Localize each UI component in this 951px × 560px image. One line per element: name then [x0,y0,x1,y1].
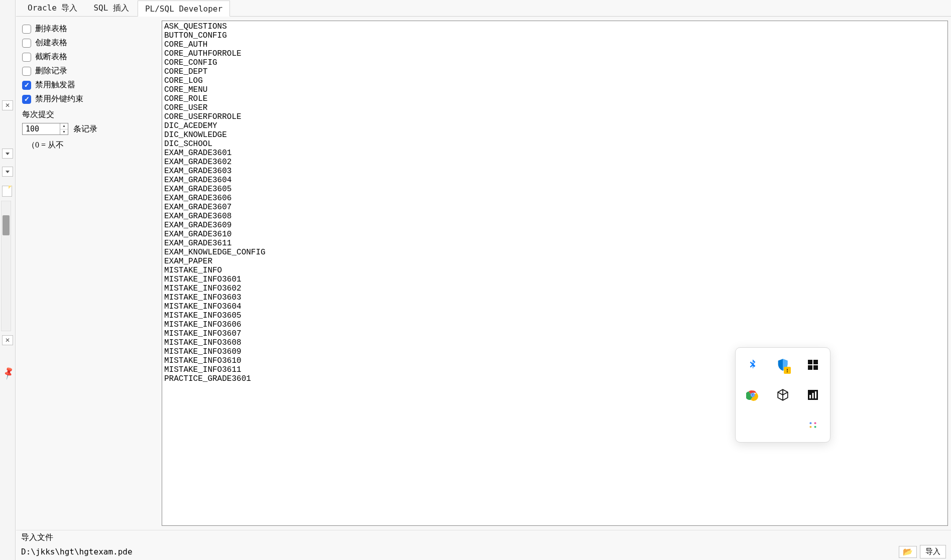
svg-rect-11 [815,391,816,398]
option-label: 删除记录 [35,66,67,76]
table-item[interactable]: CORE_USER [164,103,945,112]
table-item[interactable]: EXAM_GRADE3603 [164,167,945,176]
checkbox-checked-icon[interactable] [22,95,31,104]
option-label: 禁用外键约束 [35,94,83,104]
table-item[interactable]: CORE_ROLE [164,94,945,103]
dropdown-toggle-2[interactable] [2,167,13,177]
folder-open-icon: 📂 [903,547,913,556]
tab-sql-insert[interactable]: SQL 插入 [86,0,137,16]
table-item[interactable]: EXAM_GRADE3606 [164,194,945,203]
table-item[interactable]: MISTAKE_INFO3605 [164,311,945,320]
commit-count-value[interactable]: 100 [23,124,60,133]
checkbox-icon[interactable] [22,67,31,76]
tab-plsql-developer[interactable]: PL/SQL Developer [138,1,230,17]
warning-badge-icon: ! [784,367,791,374]
bluetooth-icon[interactable] [742,354,764,376]
new-file-icon[interactable] [2,186,12,197]
dashboard-icon[interactable] [802,354,824,376]
table-item[interactable]: CORE_CONFIG [164,58,945,67]
option-label: 创建表格 [35,38,67,48]
table-item[interactable]: MISTAKE_INFO3602 [164,284,945,293]
table-item[interactable]: EXAM_GRADE3610 [164,230,945,239]
table-item[interactable]: CORE_AUTHFORROLE [164,49,945,58]
more-dots-icon[interactable] [802,414,824,436]
commit-every-label: 每次提交 [22,109,156,120]
table-item[interactable]: MISTAKE_INFO3608 [164,338,945,347]
security-shield-icon[interactable]: ! [772,354,794,376]
table-item[interactable]: CORE_LOG [164,76,945,85]
option-disable-fk[interactable]: 禁用外键约束 [22,94,156,104]
svg-point-7 [752,394,754,396]
close-panel-button[interactable]: ✕ [2,100,13,110]
table-item[interactable]: ASK_QUESTIONS [164,22,945,31]
table-item[interactable]: BUTTON_CONFIG [164,31,945,40]
option-truncate-tables[interactable]: 截断表格 [22,52,156,62]
spinner-down-icon[interactable]: ▼ [60,129,68,135]
checkbox-icon[interactable] [22,53,31,62]
option-label: 删掉表格 [35,24,67,34]
table-item[interactable]: MISTAKE_INFO3603 [164,293,945,302]
option-disable-triggers[interactable]: 禁用触发器 [22,80,156,90]
table-item[interactable]: EXAM_KNOWLEDGE_CONFIG [164,248,945,257]
table-item[interactable]: EXAM_GRADE3607 [164,203,945,212]
import-file-path[interactable]: D:\jkks\hgt\hgtexam.pde [21,547,896,556]
svg-point-15 [814,426,816,428]
table-item[interactable]: EXAM_GRADE3611 [164,239,945,248]
checkbox-checked-icon[interactable] [22,81,31,90]
svg-rect-10 [812,393,814,398]
scrollbar-thumb[interactable] [3,215,10,235]
commit-count-spinner[interactable]: 100 ▲ ▼ [22,123,68,135]
checkbox-icon[interactable] [22,25,31,34]
table-item[interactable]: DIC_ACEDEMY [164,121,945,130]
records-suffix-label: 条记录 [73,124,97,134]
table-item[interactable]: DIC_SCHOOL [164,139,945,149]
table-item[interactable]: CORE_DEPT [164,67,945,76]
option-delete-records[interactable]: 删除记录 [22,66,156,76]
table-item[interactable]: EXAM_GRADE3605 [164,185,945,194]
table-item[interactable]: EXAM_GRADE3604 [164,176,945,185]
table-item[interactable]: EXAM_GRADE3609 [164,221,945,230]
tab-oracle-import[interactable]: Oracle 导入 [20,0,85,16]
dropdown-toggle-1[interactable] [2,149,13,159]
import-button[interactable]: 导入 [920,545,946,558]
svg-point-12 [809,422,811,424]
svg-point-14 [809,426,811,428]
table-item[interactable]: EXAM_GRADE3608 [164,212,945,221]
svg-point-13 [814,422,816,424]
option-label: 截断表格 [35,52,67,62]
table-item[interactable]: MISTAKE_INFO3606 [164,320,945,329]
checkbox-icon[interactable] [22,39,31,48]
table-item[interactable]: DIC_KNOWLEDGE [164,130,945,139]
table-item[interactable]: EXAM_GRADE3602 [164,158,945,167]
left-tool-rail: ✕ ✕ 📌 [0,0,16,560]
pin-icon[interactable]: 📌 [1,365,16,380]
table-item[interactable]: MISTAKE_INFO3607 [164,329,945,338]
option-create-tables[interactable]: 创建表格 [22,38,156,48]
svg-rect-3 [813,365,818,370]
import-file-label: 导入文件 [21,532,946,543]
table-item[interactable]: CORE_USERFORROLE [164,112,945,121]
svg-rect-9 [809,395,811,398]
table-item[interactable]: MISTAKE_INFO3604 [164,302,945,311]
table-item[interactable]: CORE_MENU [164,85,945,94]
spinner-up-icon[interactable]: ▲ [60,123,68,129]
svg-rect-2 [808,365,812,370]
bar-chart-icon[interactable] [802,384,824,406]
system-tray-popup: ! [735,347,830,443]
table-item[interactable]: CORE_AUTH [164,40,945,49]
content-area: 删掉表格 创建表格 截断表格 删除记录 禁用触发器 禁用外键约束 [16,17,951,530]
chrome-icon[interactable] [742,384,764,406]
rail-scrollbar[interactable] [1,201,11,331]
close-panel-button-2[interactable]: ✕ [2,335,13,345]
cube-3d-icon[interactable] [772,384,794,406]
table-item[interactable]: MISTAKE_INFO3601 [164,275,945,284]
svg-rect-0 [808,360,812,364]
zero-means-never-note: （0 = 从不 [27,140,156,151]
browse-button[interactable]: 📂 [899,546,917,558]
option-drop-tables[interactable]: 删掉表格 [22,24,156,34]
table-item[interactable]: MISTAKE_INFO [164,266,945,275]
table-item[interactable]: EXAM_GRADE3601 [164,149,945,158]
table-item[interactable]: EXAM_PAPER [164,257,945,266]
table-list[interactable]: ASK_QUESTIONSBUTTON_CONFIGCORE_AUTHCORE_… [162,21,948,526]
tabs-bar: Oracle 导入 SQL 插入 PL/SQL Developer [16,0,951,17]
